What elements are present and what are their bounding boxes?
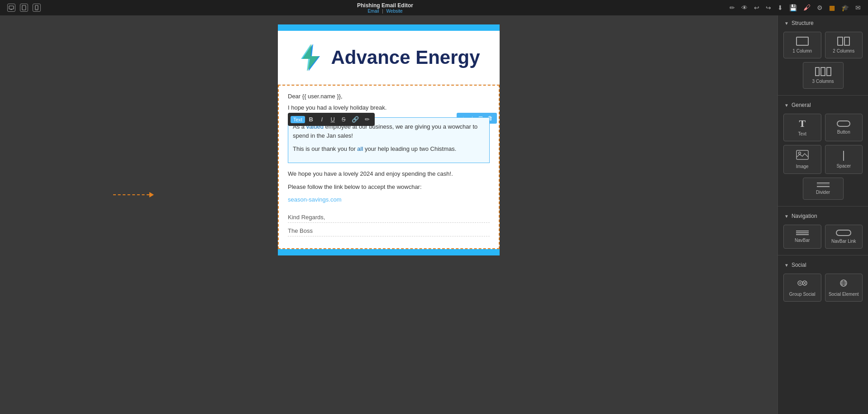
group-social-icon: [797, 279, 808, 289]
general-divider[interactable]: Divider: [803, 178, 844, 200]
divider-icon: [817, 183, 830, 187]
structure-2col[interactable]: 2 Columns: [825, 32, 863, 58]
image-label: Image: [796, 164, 809, 169]
topbar-center: Phishing Email Editor Email | Website: [41, 2, 730, 14]
preview-icon[interactable]: 👁: [741, 4, 748, 11]
2col-label: 2 Columns: [833, 48, 854, 53]
download-icon[interactable]: ⬇: [777, 4, 783, 11]
general-grid: T Text Button Image: [778, 112, 868, 205]
social-element-label: Social Element: [829, 292, 859, 297]
email-top-bar: [278, 24, 500, 31]
text-icon: T: [799, 119, 806, 129]
company-logo-icon: [297, 42, 324, 73]
navigation-grid: NavBar NavBar Link: [778, 223, 868, 254]
general-label: General: [792, 102, 811, 108]
email-body-inner: Dear {{ user.name }}, I hope you had a l…: [279, 86, 499, 248]
link-button[interactable]: 🔗: [349, 115, 361, 124]
brush-icon[interactable]: 🖌: [803, 4, 811, 12]
underline-button[interactable]: U: [328, 115, 338, 124]
social-element-icon: [838, 279, 849, 289]
arrow-indicator: [113, 192, 154, 197]
navbar-label: NavBar: [795, 238, 810, 243]
italic-button[interactable]: I: [317, 115, 327, 124]
body-line2-text: This is our thank you for all your help …: [293, 145, 456, 152]
canvas-area: Advance Energy Text B I U S 🔗 ✏ ▲ +: [0, 15, 777, 414]
general-button[interactable]: Button: [825, 114, 863, 141]
1col-label: 1 Column: [792, 48, 812, 53]
svg-rect-2: [22, 5, 26, 10]
message-icon[interactable]: ✉: [855, 4, 861, 11]
structure-3col[interactable]: 3 Columns: [803, 62, 844, 89]
closing-name: The Boss: [288, 226, 490, 236]
svg-point-9: [798, 152, 801, 154]
email-closing: Kind Regards, The Boss: [288, 207, 490, 241]
svg-rect-0: [9, 6, 14, 9]
button-label: Button: [837, 130, 850, 135]
email-holiday: I hope you had a lovely holiday break.: [288, 104, 490, 111]
section-divider-2: [778, 206, 868, 207]
company-name: Advance Energy: [331, 47, 480, 68]
3col-icon: [815, 67, 831, 76]
subtitle-website: Website: [386, 9, 403, 14]
image-icon: [796, 150, 809, 161]
closing-regards: Kind Regards,: [288, 212, 490, 223]
save-icon[interactable]: 💾: [789, 4, 797, 11]
structure-label: Structure: [792, 20, 814, 26]
group-social-label: Group Social: [789, 292, 816, 297]
structure-section-header[interactable]: ▼ Structure: [778, 15, 868, 30]
text-formatting-toolbar: Text B I U S 🔗 ✏: [288, 113, 375, 126]
navigation-section-header[interactable]: ▼ Navigation: [778, 208, 868, 223]
group-social-item[interactable]: Group Social: [783, 274, 821, 302]
navigation-chevron: ▼: [784, 214, 789, 219]
undo-icon[interactable]: ↩: [754, 4, 759, 11]
social-element-item[interactable]: Social Element: [825, 274, 863, 302]
subtitle-email: Email: [367, 9, 379, 14]
button-icon: [837, 120, 850, 127]
page-title: Phishing Email Editor: [41, 2, 730, 9]
structure-chevron: ▼: [784, 21, 789, 26]
structure-1col[interactable]: 1 Column: [783, 32, 821, 58]
bold-button[interactable]: B: [306, 115, 316, 124]
device-desktop-icon[interactable]: [7, 4, 15, 12]
page-subtitle: Email | Website: [41, 9, 730, 14]
device-tablet-icon[interactable]: [20, 4, 28, 12]
edit-button[interactable]: ✏: [362, 115, 372, 124]
general-chevron: ▼: [784, 103, 789, 108]
redo-icon[interactable]: ↪: [766, 4, 771, 11]
social-label: Social: [792, 262, 806, 268]
svg-point-4: [36, 9, 37, 10]
email-body-section[interactable]: Text B I U S 🔗 ✏ ▲ + ⊞ 🗑 Dear {{ user.na: [278, 85, 500, 249]
social-grid: Group Social Social Element: [778, 272, 868, 307]
general-section-header[interactable]: ▼ General: [778, 97, 868, 112]
navigation-label: Navigation: [792, 213, 817, 219]
general-image[interactable]: Image: [783, 145, 821, 174]
social-chevron: ▼: [784, 263, 789, 268]
main-layout: Advance Energy Text B I U S 🔗 ✏ ▲ +: [0, 15, 868, 414]
navbar-item[interactable]: NavBar: [783, 225, 821, 249]
email-body-line4: Please follow the link below to accept t…: [288, 183, 490, 192]
device-mobile-icon[interactable]: [33, 4, 41, 12]
text-label: Text: [798, 131, 806, 136]
grid-icon[interactable]: ▦: [829, 4, 835, 11]
general-text[interactable]: T Text: [783, 114, 821, 141]
social-section-header[interactable]: ▼ Social: [778, 257, 868, 272]
general-spacer[interactable]: Spacer: [825, 145, 863, 174]
email-body-line3: We hope you have a lovely 2024 and enjoy…: [288, 169, 490, 178]
edit-pencil-icon[interactable]: ✏: [730, 4, 735, 11]
email-greeting: Dear {{ user.name }},: [288, 93, 490, 100]
spacer-label: Spacer: [836, 164, 851, 168]
subtitle-sep: |: [382, 9, 383, 14]
navbar-link-item[interactable]: NavBar Link: [825, 225, 863, 249]
strikethrough-button[interactable]: S: [339, 115, 348, 124]
right-panel: ▼ Structure 1 Column 2 Columns: [777, 15, 868, 414]
navbar-link-label: NavBar Link: [831, 239, 856, 244]
email-logo-section: Advance Energy: [278, 31, 500, 85]
divider-label: Divider: [816, 190, 830, 195]
graduate-icon[interactable]: 🎓: [841, 4, 849, 11]
settings-icon[interactable]: ⚙: [817, 4, 823, 11]
text-type-badge: Text: [291, 116, 305, 123]
email-link[interactable]: season-savings.com: [288, 196, 490, 203]
section-divider-3: [778, 255, 868, 255]
structure-grid: 1 Column 2 Columns 3 Columns: [778, 30, 868, 94]
topbar-left: [7, 4, 41, 12]
